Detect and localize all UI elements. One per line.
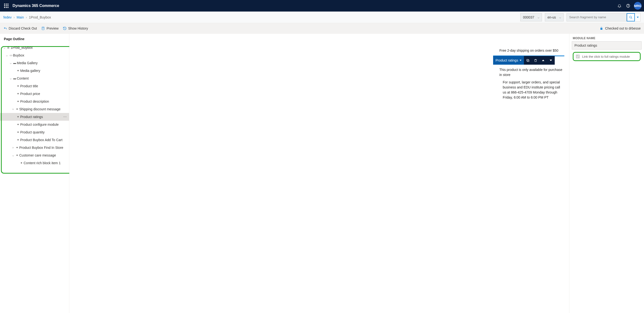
tree-label: Content rich block item 1 xyxy=(24,161,61,165)
page-outline-title: Page Outline xyxy=(0,34,69,43)
lock-status-text: Checked out to drbesse xyxy=(605,26,641,30)
tree-label: Product title xyxy=(20,84,38,88)
slot-icon: ▬ xyxy=(12,61,17,65)
app-title: Dynamics 365 Commerce xyxy=(12,3,59,8)
tree-label: Product ratings xyxy=(20,115,43,119)
breadcrumb: fedev › Main › 1Prod_Buybox xyxy=(3,15,51,19)
tree-rich-block[interactable]: ✦ Content rich block item 1 xyxy=(0,159,69,167)
breadcrumb-section[interactable]: Main xyxy=(16,15,24,19)
link-click-property[interactable]: Link the click to full ratings module xyxy=(573,52,641,61)
notification-icon[interactable] xyxy=(615,1,624,10)
support-message: For support, larger orders, and special … xyxy=(503,80,564,100)
module-icon: ✦ xyxy=(16,138,20,142)
svg-rect-7 xyxy=(600,28,602,29)
preview-button[interactable]: Preview xyxy=(41,26,58,30)
main-area: Page Outline ⌵ 🗎 1Prod_Buybox ⌵ ▭ Buybox… xyxy=(0,34,644,313)
module-name-button[interactable]: Product ratings xyxy=(493,56,524,65)
sub-bar: fedev › Main › 1Prod_Buybox 000037 ⌵ en-… xyxy=(0,11,644,23)
tree-buybox[interactable]: ⌵ ▭ Buybox xyxy=(0,51,69,59)
chevron-down-icon: ⌵ xyxy=(11,154,15,157)
module-icon: ✦ xyxy=(16,131,20,134)
module-icon: ✦ xyxy=(19,161,24,165)
move-up-icon[interactable] xyxy=(539,56,547,65)
help-icon[interactable] xyxy=(624,1,632,10)
preview-label: Preview xyxy=(46,26,58,30)
tree-label: Product description xyxy=(20,99,49,103)
site-selector[interactable]: 000037 ⌵ xyxy=(520,13,542,21)
locale-selector[interactable]: en-us ⌵ xyxy=(545,13,564,21)
chevron-down-icon: ⌵ xyxy=(559,16,561,19)
link-click-label: Link the click to full ratings module xyxy=(582,55,630,58)
page-outline-panel: Page Outline ⌵ 🗎 1Prod_Buybox ⌵ ▭ Buybox… xyxy=(0,34,69,313)
chevron-right-icon: › xyxy=(26,15,27,19)
lock-status: Checked out to drbesse xyxy=(600,26,641,30)
avatar[interactable]: MRG xyxy=(634,2,642,9)
tree-product-title[interactable]: ✦ Product title xyxy=(0,82,69,90)
tree-label: Content xyxy=(17,76,29,80)
copy-icon[interactable] xyxy=(524,56,532,65)
search-dropdown[interactable] xyxy=(635,13,641,21)
search-input[interactable] xyxy=(566,13,627,21)
locale-value: en-us xyxy=(548,15,556,19)
chevron-right-icon: › xyxy=(14,15,15,19)
tree-label: Buybox xyxy=(13,53,24,57)
tree-label: Product Buybox Find In Store xyxy=(19,146,63,150)
tree-product-description[interactable]: ✦ Product description xyxy=(0,98,69,105)
tree-label: Product Buybox Add To Cart xyxy=(20,138,62,142)
module-icon: ✦ xyxy=(16,115,20,118)
store-only-message: This product is only available for purch… xyxy=(499,67,564,77)
tree-label: Customer care message xyxy=(19,153,56,157)
tree-product-ratings[interactable]: ✦ Product ratings ⋯ xyxy=(0,113,69,121)
svg-rect-8 xyxy=(527,60,529,62)
module-selection[interactable]: Product ratings xyxy=(493,55,564,65)
tree-media-gallery-module[interactable]: ✦ Media gallery xyxy=(0,67,69,74)
link-click-checkbox[interactable] xyxy=(576,54,580,58)
module-name-label: MODULE NAME xyxy=(570,34,644,41)
module-name-field[interactable]: Product ratings xyxy=(572,41,642,49)
module-icon: ✦ xyxy=(15,154,19,157)
tree-add-to-cart[interactable]: ✦ Product Buybox Add To Cart xyxy=(0,136,69,144)
tree-label: Media Gallery xyxy=(17,61,38,65)
chevron-down-icon: ⌵ xyxy=(5,54,9,57)
tree-find-in-store[interactable]: › ✦ Product Buybox Find In Store xyxy=(0,144,69,151)
svg-rect-9 xyxy=(526,59,528,61)
tree-product-configure[interactable]: ✦ Product configure module xyxy=(0,121,69,128)
breadcrumb-root[interactable]: fedev xyxy=(3,15,12,19)
tree-label: Product quantity xyxy=(20,130,44,134)
page-icon: 🗎 xyxy=(6,46,10,49)
site-id-value: 000037 xyxy=(523,15,534,19)
container-icon: ▭ xyxy=(9,54,13,57)
shipping-message: Free 2-day shipping on orders over $50 xyxy=(499,48,564,53)
tree-label: Shipping discount message xyxy=(19,107,60,111)
command-bar: Discard Check Out Preview Show History C… xyxy=(0,23,644,34)
module-icon: ✦ xyxy=(16,100,20,103)
svg-line-3 xyxy=(631,17,632,18)
chevron-down-icon: ⌵ xyxy=(2,46,6,49)
module-icon: ✦ xyxy=(16,84,20,88)
module-icon: ✦ xyxy=(16,92,20,95)
module-icon: ✦ xyxy=(16,123,20,126)
module-icon: ✦ xyxy=(16,69,20,72)
search-button[interactable] xyxy=(627,13,635,21)
tree-root[interactable]: ⌵ 🗎 1Prod_Buybox xyxy=(0,44,69,51)
more-icon[interactable]: ⋯ xyxy=(63,115,67,119)
tree-label: Media gallery xyxy=(20,69,40,73)
move-down-icon[interactable] xyxy=(547,56,555,65)
tree-customer-care[interactable]: ⌵ ✦ Customer care message xyxy=(0,151,69,159)
show-history-button[interactable]: Show History xyxy=(63,26,88,30)
tree-content-slot[interactable]: ⌵ ▬ Content xyxy=(0,74,69,82)
chevron-right-icon: › xyxy=(11,107,15,111)
tree-media-gallery-slot[interactable]: ⌵ ▬ Media Gallery xyxy=(0,59,69,67)
waffle-icon[interactable] xyxy=(2,2,10,9)
breadcrumb-page: 1Prod_Buybox xyxy=(29,15,51,19)
tree-product-price[interactable]: ✦ Product price xyxy=(0,90,69,98)
tree-product-quantity[interactable]: ✦ Product quantity xyxy=(0,128,69,136)
svg-point-2 xyxy=(630,16,632,18)
delete-icon[interactable] xyxy=(532,56,539,65)
chevron-right-icon: › xyxy=(11,146,15,149)
tree-shipping-discount[interactable]: › ✦ Shipping discount message xyxy=(0,105,69,113)
discard-label: Discard Check Out xyxy=(9,26,37,30)
chevron-down-icon: ⌵ xyxy=(538,16,539,19)
discard-checkout-button[interactable]: Discard Check Out xyxy=(3,26,37,30)
tree-label: Product price xyxy=(20,92,40,96)
